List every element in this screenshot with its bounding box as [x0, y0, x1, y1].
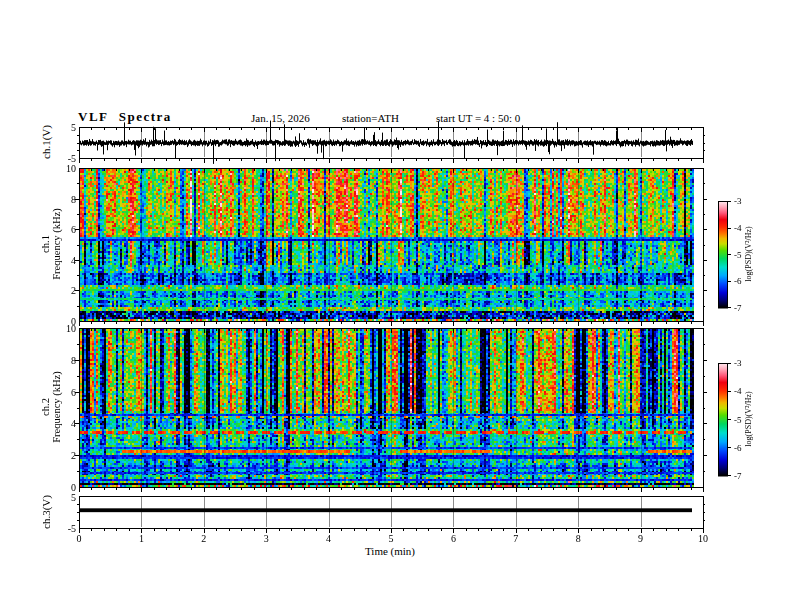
ch1-ytick--5: -5	[68, 152, 76, 163]
ch1-ytick-5: 5	[71, 122, 76, 133]
x-tick-label-6: 6	[451, 533, 456, 544]
ch1-spectrogram-canvas	[72, 167, 712, 329]
ch2-spec-ytick-6: 6	[71, 386, 76, 397]
x-tick-label-3: 3	[264, 533, 269, 544]
x-tick-label-2: 2	[201, 533, 206, 544]
x-tick-label-5: 5	[389, 533, 394, 544]
ch1-spec-ytick-4: 4	[71, 254, 76, 265]
ch1-spec-ylabel: ch.1 Frequency (kHz)	[40, 208, 62, 279]
cbar2-tick--3: -3	[734, 358, 742, 368]
ch3-ytick-5: 5	[71, 492, 76, 503]
ch3-wave-ylabel: ch.3(V)	[40, 495, 52, 529]
ch1-wave-ylabel: ch.1(V)	[40, 125, 52, 159]
cbar1-tick--7: -7	[734, 303, 742, 313]
ch2-spec-ytick-0: 0	[71, 482, 76, 493]
x-tick-label-4: 4	[326, 533, 331, 544]
cbar1-tick--5: -5	[734, 250, 742, 260]
ch2-spec-ytick-10: 10	[66, 323, 76, 334]
x-tick-label-0: 0	[77, 533, 82, 544]
cbar2-tick--7: -7	[734, 471, 742, 481]
cbar1-tick--3: -3	[734, 196, 742, 206]
ch2-spectrogram-canvas	[72, 327, 712, 495]
vlf-spectra-figure: VLF Spectra Jan. 15, 2026 station=ATH st…	[0, 0, 792, 612]
ch1-spec-ylabel-ch: ch.1	[40, 235, 51, 253]
cbar2-tick--6: -6	[734, 443, 742, 453]
cbar1-tick--6: -6	[734, 276, 742, 286]
ch3-ytick--5: -5	[68, 522, 76, 533]
ch2-spec-ylabel-freq: Frequency (kHz)	[51, 371, 62, 442]
x-tick-label-8: 8	[576, 533, 581, 544]
ch1-spec-ytick-2: 2	[71, 285, 76, 296]
ch2-spec-ytick-8: 8	[71, 354, 76, 365]
ch2-spec-ylabel-ch: ch.2	[40, 398, 51, 416]
cbar2-tick--4: -4	[734, 386, 742, 396]
ch1-spec-ytick-8: 8	[71, 193, 76, 204]
ch1-spec-ytick-10: 10	[66, 163, 76, 174]
x-tick-label-1: 1	[139, 533, 144, 544]
ch2-spec-ytick-2: 2	[71, 450, 76, 461]
x-tick-label-7: 7	[513, 533, 518, 544]
x-tick-label-10: 10	[698, 533, 708, 544]
x-axis-label: Time (min)	[365, 545, 415, 557]
ch1-spec-ytick-6: 6	[71, 224, 76, 235]
ch1-spec-ylabel-freq: Frequency (kHz)	[51, 208, 62, 279]
ch1-waveform-canvas	[72, 112, 712, 170]
x-tick-label-9: 9	[638, 533, 643, 544]
colorbar1-label: log(PSD)(V²/Hz)	[744, 226, 753, 281]
ch2-spec-ylabel: ch.2 Frequency (kHz)	[40, 371, 62, 442]
cbar1-tick--4: -4	[734, 223, 742, 233]
colorbar2-label: log(PSD)(V²/Hz)	[744, 391, 753, 446]
cbar2-tick--5: -5	[734, 415, 742, 425]
ch2-spec-ytick-4: 4	[71, 418, 76, 429]
